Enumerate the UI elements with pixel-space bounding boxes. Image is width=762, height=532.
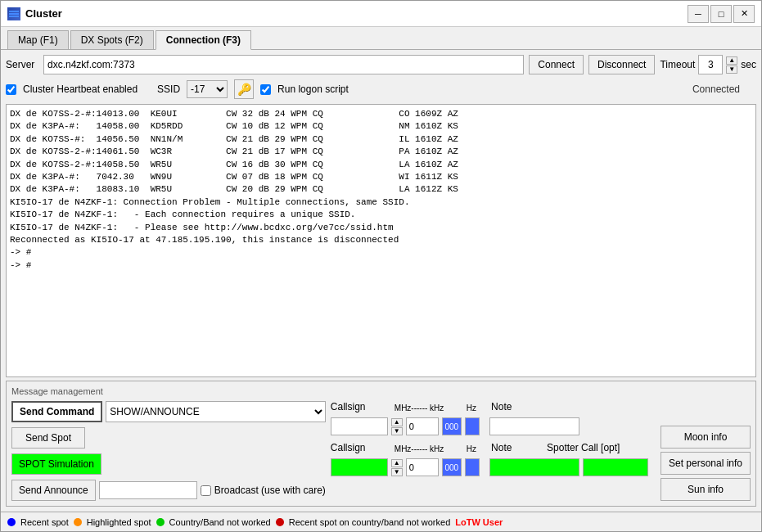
- set-personal-info-button[interactable]: Set personal info: [661, 452, 751, 475]
- spot-simulation-button[interactable]: SPOT Simulation: [11, 453, 101, 475]
- connect-button[interactable]: Connect: [529, 55, 584, 74]
- spot-note-input[interactable]: [489, 417, 579, 435]
- connected-status: Connected: [692, 83, 740, 95]
- log-line: DX de KO7SS-2-#:14061.50 WC3R CW 21 dB 1…: [10, 146, 752, 158]
- highlighted-spot-label: Highlighted spot: [87, 517, 151, 527]
- main-controls: Send Command SHOW/ANNOUNCE Send Spot SPO…: [11, 401, 751, 501]
- tab-map[interactable]: Map (F1): [7, 30, 69, 49]
- sim-callsign-input[interactable]: [331, 458, 388, 476]
- recent-spot-country-label: Recent spot on country/band not worked: [289, 517, 451, 527]
- spotter-label: Spotter Call [opt]: [547, 442, 620, 453]
- run-logon-label: Run logon script: [277, 83, 349, 95]
- freq-down-2[interactable]: ▼: [391, 468, 403, 476]
- svg-rect-1: [9, 13, 19, 15]
- country-band-label: Country/Band not worked: [169, 517, 271, 527]
- freq-spinner-2: ▲ ▼: [391, 459, 403, 476]
- key-button[interactable]: 🔑: [234, 79, 254, 99]
- close-button[interactable]: ✕: [733, 5, 755, 23]
- message-management-panel: Message management Send Command SHOW/ANN…: [6, 381, 756, 507]
- spot-lock-icon[interactable]: [465, 417, 480, 435]
- timeout-group: Timeout ▲ ▼ sec: [660, 55, 756, 74]
- lotw-label: LoTW User: [455, 517, 503, 527]
- title-bar: Cluster ─ □ ✕: [1, 1, 761, 27]
- log-line: Reconnected as KI5IO-17 at 47.185.195.19…: [10, 234, 752, 246]
- panel-title: Message management: [11, 386, 751, 396]
- timeout-up[interactable]: ▲: [726, 56, 737, 65]
- freq-spinner-1: ▲ ▼: [391, 418, 403, 435]
- moon-info-button[interactable]: Moon info: [661, 426, 751, 449]
- heartbeat-checkbox[interactable]: [6, 84, 16, 95]
- spot-callsign-input[interactable]: [331, 417, 388, 435]
- sun-info-button[interactable]: Sun info: [661, 478, 751, 501]
- log-line: KI5IO-17 de N4ZKF-1: Connection Problem …: [10, 196, 752, 209]
- log-line: -> #: [10, 246, 752, 259]
- timeout-down[interactable]: ▼: [726, 65, 737, 74]
- window-controls: ─ □ ✕: [688, 5, 755, 23]
- content-area: Server Connect Disconnect Timeout ▲ ▼ se…: [1, 50, 761, 512]
- disconnect-button[interactable]: Disconnect: [588, 55, 655, 74]
- announce-input[interactable]: [99, 481, 197, 499]
- run-logon-checkbox[interactable]: [260, 84, 271, 95]
- log-line: KI5IO-17 de N4ZKF-1: - Please see http:/…: [10, 222, 752, 234]
- status-bar: Recent spot Highlighted spot Country/Ban…: [1, 512, 761, 531]
- tab-dx-spots[interactable]: DX Spots (F2): [70, 30, 154, 49]
- log-line: DX de K3PA-#: 14058.00 KD5RDD CW 10 dB 1…: [10, 120, 752, 133]
- mhz-label-2: MHz------ kHz: [395, 444, 460, 453]
- spot-labels-row: Callsign MHz------ kHz Hz Note: [331, 401, 656, 413]
- log-line: KI5IO-17 de N4ZKF-1: - Each connection r…: [10, 209, 752, 221]
- send-command-button[interactable]: Send Command: [11, 401, 102, 422]
- callsign-label-2: Callsign: [331, 442, 388, 453]
- recent-spot-country-dot: [276, 518, 284, 526]
- broadcast-checkbox[interactable]: [201, 485, 211, 496]
- send-command-row: Send Command SHOW/ANNOUNCE: [11, 401, 326, 422]
- right-col: Moon info Set personal info Sun info: [661, 401, 751, 501]
- ssid-label: SSID: [157, 83, 180, 95]
- tab-connection[interactable]: Connection (F3): [156, 30, 251, 50]
- send-announce-button[interactable]: Send Announce: [11, 480, 96, 501]
- send-spot-row: Send Spot: [11, 427, 326, 449]
- mhz-label-1: MHz------ kHz: [395, 404, 460, 413]
- heartbeat-label: Cluster Heartbeat enabled: [23, 83, 138, 95]
- minimize-button[interactable]: ─: [688, 5, 709, 23]
- broadcast-label: Broadcast (use with care): [214, 485, 326, 496]
- freq-up-1[interactable]: ▲: [391, 418, 403, 426]
- app-icon: [7, 7, 20, 20]
- spot-lock-button[interactable]: 000: [442, 417, 462, 435]
- spot-inputs-row: ▲ ▼ 000: [331, 417, 656, 435]
- server-input[interactable]: [43, 55, 524, 74]
- freq-down-1[interactable]: ▼: [391, 427, 403, 435]
- send-announce-row: Send Announce Broadcast (use with care): [11, 480, 326, 501]
- send-spot-button[interactable]: Send Spot: [11, 427, 85, 449]
- hz-label-1: Hz: [467, 404, 476, 413]
- sim-freq-input[interactable]: [406, 458, 439, 476]
- checkbox-row: Cluster Heartbeat enabled SSID -17 -1 -2…: [6, 79, 756, 99]
- sim-inputs-row: ▲ ▼ 000: [331, 458, 656, 476]
- sim-spotter-input[interactable]: [583, 458, 648, 476]
- ssid-select[interactable]: -17 -1 -2: [187, 80, 228, 98]
- country-band-dot: [156, 518, 165, 526]
- log-line: DX de KO7SS-2-#:14013.00 KE0UI CW 32 dB …: [10, 108, 752, 120]
- sim-labels-row: Callsign MHz------ kHz Hz Note Spotter C…: [331, 442, 656, 453]
- freq-up-2[interactable]: ▲: [391, 459, 403, 467]
- timeout-spinner: ▲ ▼: [726, 56, 737, 74]
- sim-lock-button[interactable]: 000: [442, 458, 462, 476]
- svg-rect-0: [9, 11, 19, 12]
- log-area[interactable]: DX de KO7SS-2-#:14013.00 KE0UI CW 32 dB …: [6, 104, 756, 377]
- maximize-button[interactable]: □: [710, 5, 732, 23]
- svg-rect-2: [9, 16, 19, 17]
- sim-lock-icon[interactable]: [465, 458, 480, 476]
- timeout-label: Timeout: [660, 59, 695, 70]
- timeout-input[interactable]: [698, 55, 723, 74]
- spacer-1: [661, 401, 751, 422]
- sim-note-input[interactable]: [489, 458, 579, 476]
- main-window: Cluster ─ □ ✕ Map (F1) DX Spots (F2) Con…: [0, 0, 762, 532]
- recent-spot-dot: [7, 518, 16, 526]
- callsign-label-1: Callsign: [331, 401, 388, 413]
- hz-label-2: Hz: [467, 444, 476, 453]
- spot-freq-input[interactable]: [406, 417, 439, 435]
- note-label-2: Note: [491, 442, 540, 453]
- command-select[interactable]: SHOW/ANNOUNCE: [106, 401, 325, 422]
- log-line: DX de K3PA-#: 7042.30 WN9U CW 07 dB 18 W…: [10, 171, 752, 183]
- spot-sim-row: SPOT Simulation: [11, 453, 326, 475]
- left-col: Send Command SHOW/ANNOUNCE Send Spot SPO…: [11, 401, 326, 501]
